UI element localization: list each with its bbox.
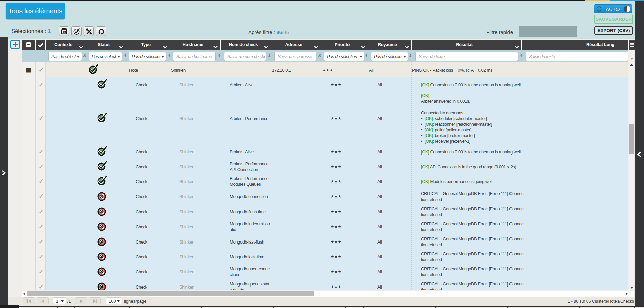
svg-text:15: 15 (62, 30, 66, 34)
